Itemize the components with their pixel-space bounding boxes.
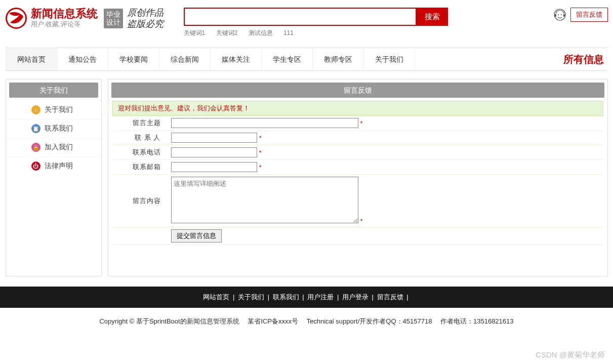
footer-sep: | [302,293,304,301]
main-nav: 网站首页 通知公告 学校要闻 综合新闻 媒体关注 学生专区 教师专区 关于我们 … [6,48,608,71]
grad-badge: 毕业 设计 [104,9,123,28]
footer-sep: | [372,293,374,301]
nav-all-info[interactable]: 所有信息 [563,53,608,66]
logo-subtitle: 用户.收藏.评论等 [31,20,98,29]
nav-about[interactable]: 关于我们 [364,48,415,70]
sidebar: 关于我们 i 关于我们 📋 联系我们 🔒 加入我们 ⏻ 法律声明 [6,79,102,276]
lock-icon: 🔒 [31,143,40,152]
nav-student[interactable]: 学生专区 [262,48,313,70]
keyword-link[interactable]: 关键词1 [184,29,206,36]
phone-input[interactable] [171,147,257,157]
logo-title: 新闻信息系统 [31,8,98,20]
clipboard-icon: 📋 [31,124,40,133]
nav-teacher[interactable]: 教师专区 [313,48,364,70]
search-keywords: 关键词1 关键词2 测试信息 111 [184,29,553,37]
feedback-button[interactable]: 留言反馈 [570,8,608,22]
nav-school-news[interactable]: 学校要闻 [108,48,159,70]
logo-icon [6,8,27,29]
copyright: Copyright © 基于SprintBoot的新闻信息管理系统 某省ICP备… [0,308,613,331]
svg-point-1 [558,14,559,15]
sidebar-title: 关于我们 [9,83,98,98]
keyword-link[interactable]: 关键词2 [216,29,238,36]
script-text: 原创作品 盗版必究 [127,8,164,29]
content-textarea[interactable] [171,177,358,223]
keyword-link[interactable]: 111 [283,29,294,36]
header: 新闻信息系统 用户.收藏.评论等 毕业 设计 原创作品 盗版必究 搜索 [6,0,608,43]
hint-bar: 迎对我们提出意见、建议，我们会认真答复！ [112,101,603,116]
footer-link-about[interactable]: 关于我们 [238,293,264,301]
required-mark: * [259,164,262,171]
footer-link-login[interactable]: 用户登录 [342,293,369,301]
keyword-link[interactable]: 测试信息 [249,29,273,36]
badge-block: 毕业 设计 原创作品 盗版必究 [104,8,164,29]
contact-name-input[interactable] [171,133,257,143]
svg-point-2 [561,14,562,15]
search-block: 搜索 关键词1 关键词2 测试信息 111 [184,8,553,37]
sidebar-item-join[interactable]: 🔒 加入我们 [6,138,101,157]
nav-media[interactable]: 媒体关注 [211,48,262,70]
label-email: 联系邮箱 [112,160,168,175]
required-mark: * [259,149,262,156]
feedback-form: 留言主题 * 联 系 人 * 联系电话 * 联系邮箱 * 留言内容 * [112,116,603,245]
info-icon: i [31,105,40,114]
label-content: 留言内容 [112,175,168,227]
content-panel: 留言反馈 迎对我们提出意见、建议，我们会认真答复！ 留言主题 * 联 系 人 *… [108,79,608,276]
label-subject: 留言主题 [112,116,168,131]
power-icon: ⏻ [31,161,40,171]
sidebar-item-label: 联系我们 [45,124,73,133]
footer-nav: 网站首页 | 关于我们 | 联系我们 | 用户注册 | 用户登录 | 留言反馈 … [0,287,613,308]
sidebar-item-contact[interactable]: 📋 联系我们 [6,119,101,138]
footer-sep: | [233,293,234,301]
search-button[interactable]: 搜索 [417,8,448,26]
sidebar-item-about[interactable]: i 关于我们 [6,101,101,119]
footer-link-contact[interactable]: 联系我们 [273,293,299,301]
required-mark: * [360,217,363,225]
required-mark: * [259,134,262,142]
nav-home[interactable]: 网站首页 [6,48,57,70]
subject-input[interactable] [171,118,358,128]
footer-sep: | [268,293,269,301]
panel-title: 留言反馈 [111,83,604,98]
sidebar-item-label: 加入我们 [45,143,73,152]
nav-notice[interactable]: 通知公告 [57,48,108,70]
svg-rect-4 [563,14,565,17]
required-mark: * [360,119,363,127]
svg-rect-3 [555,14,556,17]
footer-link-home[interactable]: 网站首页 [203,293,229,301]
label-phone: 联系电话 [112,145,168,160]
search-input[interactable] [184,8,417,26]
sidebar-item-legal[interactable]: ⏻ 法律声明 [6,157,101,175]
email-input[interactable] [171,162,257,172]
nav-general-news[interactable]: 综合新闻 [159,48,211,70]
sidebar-item-label: 关于我们 [45,105,73,114]
submit-button[interactable]: 提交留言信息 [171,229,222,242]
footer-sep: | [406,293,408,301]
footer-link-register[interactable]: 用户注册 [307,293,334,301]
footer-sep: | [337,293,339,301]
footer-link-feedback[interactable]: 留言反馈 [377,293,403,301]
support-icon [553,8,566,21]
logo-block[interactable]: 新闻信息系统 用户.收藏.评论等 [6,8,98,29]
sidebar-item-label: 法律声明 [45,161,73,171]
label-contact: 联 系 人 [112,131,168,145]
